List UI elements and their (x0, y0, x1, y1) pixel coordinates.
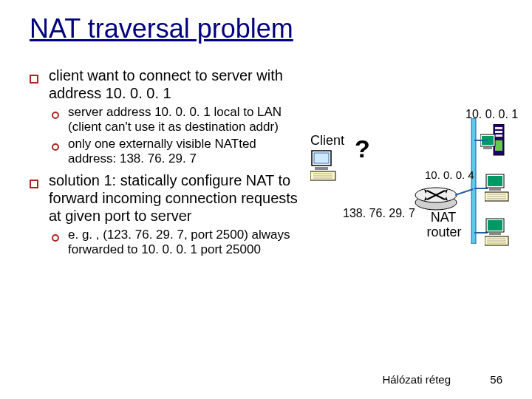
question-mark: ? (355, 134, 370, 163)
nat-router-icon (414, 182, 458, 211)
footer-page-number: 56 (490, 373, 502, 386)
svg-rect-29 (488, 176, 502, 186)
footer-section: Hálózati réteg (382, 373, 451, 386)
slide-title: NAT traversal problem (30, 13, 293, 44)
bullet-level2: only one externally visible NATted addre… (52, 137, 303, 167)
square-bullet-icon (30, 69, 43, 80)
bullet-text: e. g. , (123. 76. 29. 7, port 2500) alwa… (68, 228, 303, 258)
bullet-text: only one externally visible NATted addre… (68, 137, 303, 167)
bullet-text: solution 1: statically configure NAT to … (49, 171, 303, 225)
bullet-level2: e. g. , (123. 76. 29. 7, port 2500) alwa… (52, 228, 303, 258)
svg-rect-36 (488, 220, 502, 231)
bullet-text: server address 10. 0. 0. 1 local to LAN … (68, 105, 303, 135)
svg-rect-1 (314, 153, 329, 163)
bullet-level1: solution 1: statically configure NAT to … (30, 171, 303, 225)
host-computer-icon (485, 217, 517, 250)
svg-line-27 (455, 189, 473, 195)
slide: NAT traversal problem client want to con… (0, 0, 532, 399)
host-computer-icon (485, 173, 517, 205)
svg-rect-37 (489, 233, 501, 235)
circle-bullet-icon (52, 231, 64, 239)
bullet-text: client want to connect to server with ad… (49, 66, 303, 102)
svg-rect-2 (315, 167, 328, 170)
content-block: client want to connect to server with ad… (30, 66, 303, 259)
bullet-level2: server address 10. 0. 0. 1 local to LAN … (52, 105, 303, 135)
circle-bullet-icon (52, 140, 64, 149)
public-ip-label: 138. 76. 29. 7 (343, 207, 415, 220)
client-label: Client (310, 133, 344, 149)
svg-rect-30 (489, 188, 501, 191)
nat-label-2: router (418, 225, 470, 240)
router-ip-label: 10. 0. 0. 4 (425, 168, 474, 181)
network-diagram: Client ? 10. 0. 0. 1 (310, 111, 525, 296)
bullet-level1: client want to connect to server with ad… (30, 66, 303, 102)
nat-label-1: NAT (421, 210, 466, 225)
router-lan-link-icon (455, 185, 474, 200)
client-computer-icon (310, 149, 343, 183)
circle-bullet-icon (52, 108, 64, 117)
square-bullet-icon (30, 174, 43, 185)
